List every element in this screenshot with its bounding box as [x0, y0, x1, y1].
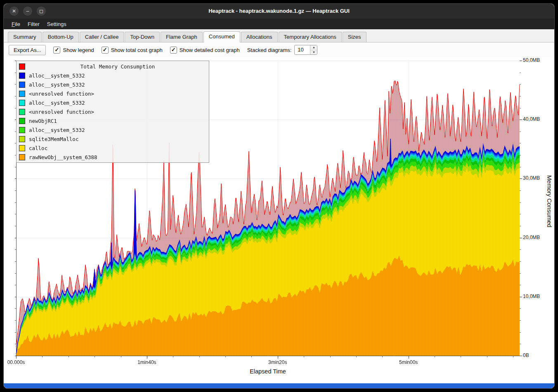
tab-top-down[interactable]: Top-Down [125, 32, 160, 42]
checkbox-show-legend[interactable]: ✓Show legend [53, 47, 94, 54]
tab-caller-callee[interactable]: Caller / Callee [80, 32, 124, 42]
legend-label: alloc__system_5332 [29, 127, 85, 133]
menu-filter[interactable]: Filter [24, 20, 43, 28]
checkbox-group: ✓Show legend✓Show total cost graph✓Show … [53, 47, 239, 54]
legend-swatch [19, 118, 25, 124]
y-axis-tick: 0B [523, 352, 529, 358]
legend-swatch [19, 136, 25, 142]
tab-sizes[interactable]: Sizes [343, 32, 366, 42]
stacked-diagrams-group: Stacked diagrams: 10 ▲ ▼ [247, 45, 318, 55]
legend-item: calloc [17, 143, 209, 153]
checkbox-box[interactable]: ✓ [102, 47, 109, 54]
minimize-icon[interactable]: – [23, 7, 32, 16]
tab-consumed[interactable]: Consumed [203, 31, 240, 42]
spin-buttons: ▲ ▼ [310, 45, 317, 54]
export-as-button[interactable]: Export As... [9, 45, 46, 55]
legend-item: rawNewObj__system_6388 [17, 153, 209, 162]
legend-item: alloc__system_5332 [17, 98, 209, 107]
legend-item: sqlite3MemMalloc [17, 134, 209, 143]
legend-item: alloc__system_5332 [17, 71, 209, 80]
legend-swatch [19, 154, 25, 160]
tab-bar: SummaryBottom-UpCaller / CalleeTop-DownF… [4, 29, 554, 42]
x-axis-title: Elapsed Time [16, 368, 520, 375]
legend-label: Total Memory Consumption [29, 63, 206, 70]
checkbox-label: Show detailed cost graph [180, 47, 240, 53]
tab-flame-graph[interactable]: Flame Graph [161, 32, 203, 42]
legend-swatch [19, 82, 25, 88]
legend-item: alloc__system_5332 [17, 125, 209, 134]
tab-temporary-allocations[interactable]: Temporary Allocations [279, 32, 342, 42]
legend-item: <unresolved function> [17, 107, 209, 116]
x-axis-tick: 5min00s [399, 359, 418, 365]
x-axis-tick: 1min40s [137, 359, 156, 365]
checkbox-box[interactable]: ✓ [53, 47, 60, 54]
maximize-icon[interactable]: ◻ [37, 7, 46, 16]
window-title: Heaptrack - heaptrack.wakunode.1.gz — He… [4, 4, 554, 19]
legend-swatch [19, 63, 25, 70]
chart-legend: Total Memory Consumptionalloc__system_53… [16, 61, 209, 163]
legend-swatch [19, 100, 25, 106]
menu-settings[interactable]: Settings [43, 20, 70, 28]
window-controls: ✕ – ◻ [9, 7, 46, 16]
menu-file[interactable]: File [8, 20, 24, 28]
tab-summary[interactable]: Summary [8, 32, 42, 42]
tab-allocations[interactable]: Allocations [241, 32, 278, 42]
y-axis-tick: 50,0MB [523, 57, 540, 63]
close-icon[interactable]: ✕ [9, 7, 19, 16]
legend-label: sqlite3MemMalloc [29, 136, 78, 142]
toolbar: Export As... ✓Show legend✓Show total cos… [4, 42, 554, 57]
legend-label: alloc__system_5332 [29, 100, 85, 106]
legend-title-row: Total Memory Consumption [17, 62, 209, 71]
checkbox-label: Show legend [63, 47, 94, 53]
title-bar[interactable]: ✕ – ◻ Heaptrack - heaptrack.wakunode.1.g… [4, 4, 554, 19]
legend-label: newObjRC1 [29, 118, 57, 124]
legend-swatch [19, 109, 25, 115]
legend-swatch [19, 127, 25, 133]
stacked-diagrams-spinbox[interactable]: 10 ▲ ▼ [294, 45, 317, 55]
app-window: ✕ – ◻ Heaptrack - heaptrack.wakunode.1.g… [3, 3, 555, 389]
checkbox-box[interactable]: ✓ [170, 47, 177, 54]
y-axis-tick: 20,0MB [523, 235, 540, 240]
bottom-accent-bar [4, 383, 554, 388]
legend-label: calloc [29, 145, 47, 151]
y-axis-title: Memory Consumed [546, 175, 553, 228]
menu-bar: FileFilterSettings [4, 19, 554, 29]
stacked-diagrams-label: Stacked diagrams: [247, 47, 292, 53]
legend-label: <unresolved function> [29, 91, 94, 97]
legend-swatch [19, 145, 25, 151]
legend-item: newObjRC1 [17, 116, 209, 125]
spin-down-icon[interactable]: ▼ [310, 50, 317, 55]
legend-item: <unresolved function> [17, 89, 209, 98]
checkbox-show-total-cost-graph[interactable]: ✓Show total cost graph [102, 47, 163, 54]
legend-label: rawNewObj__system_6388 [29, 154, 97, 160]
legend-item: alloc__system_5332 [17, 80, 209, 89]
spin-up-icon[interactable]: ▲ [310, 45, 317, 50]
chart-region: Total Memory Consumptionalloc__system_53… [4, 57, 554, 383]
x-axis-tick: 00.000s [7, 359, 25, 365]
y-axis-tick: 10,0MB [523, 293, 540, 299]
legend-label: alloc__system_5332 [29, 82, 85, 88]
stacked-diagrams-value[interactable]: 10 [295, 45, 310, 54]
y-axis-tick: 30,0MB [523, 175, 540, 181]
tab-bottom-up[interactable]: Bottom-Up [43, 32, 79, 42]
y-axis-tick: 40,0MB [523, 116, 540, 122]
legend-swatch [19, 73, 25, 79]
checkbox-label: Show total cost graph [111, 47, 163, 53]
x-axis-tick: 3min20s [268, 359, 287, 365]
checkbox-show-detailed-cost-graph[interactable]: ✓Show detailed cost graph [170, 47, 240, 54]
legend-label: <unresolved function> [29, 109, 94, 115]
legend-label: alloc__system_5332 [29, 73, 85, 79]
legend-swatch [19, 91, 25, 97]
